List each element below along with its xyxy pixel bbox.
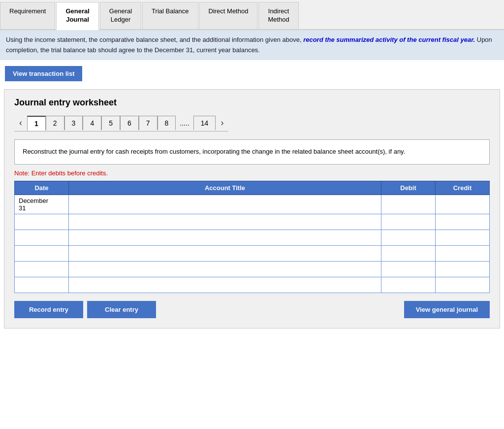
credit-cell-4[interactable]: [436, 246, 490, 262]
table-row: [15, 214, 490, 230]
button-spacer: [160, 301, 400, 318]
page-7-button[interactable]: 7: [139, 116, 158, 130]
prev-page-button[interactable]: ‹: [14, 115, 27, 131]
tab-direct-method[interactable]: Direct Method: [199, 2, 258, 29]
account-cell-2[interactable]: [69, 214, 381, 230]
page-5-button[interactable]: 5: [101, 116, 120, 130]
page-dots: .....: [176, 116, 193, 130]
table-row: [15, 230, 490, 246]
account-input-6[interactable]: [69, 277, 381, 293]
record-entry-button[interactable]: Record entry: [14, 301, 83, 318]
account-input-5[interactable]: [69, 262, 381, 277]
credit-input-4[interactable]: [436, 246, 489, 261]
debit-cell-5[interactable]: [381, 262, 436, 277]
credit-cell-3[interactable]: [436, 230, 490, 246]
credit-input-6[interactable]: [436, 277, 489, 293]
bottom-buttons: Record entry Clear entry View general jo…: [14, 301, 490, 318]
worksheet-title: Journal entry worksheet: [14, 98, 490, 108]
col-header-account: Account Title: [69, 181, 381, 195]
tab-general-ledger[interactable]: GeneralLedger: [100, 2, 141, 29]
pagination: ‹ 1 2 3 4 5 6 7 8 ..... 14 ›: [14, 115, 228, 132]
table-row: [15, 246, 490, 262]
debit-cell-4[interactable]: [381, 246, 436, 262]
col-header-credit: Credit: [436, 181, 490, 195]
worksheet: Journal entry worksheet ‹ 1 2 3 4 5 6 7 …: [4, 89, 500, 329]
table-row: [15, 262, 490, 277]
page-1-button[interactable]: 1: [27, 116, 46, 131]
tab-general-journal[interactable]: GeneralJournal: [56, 2, 98, 30]
col-header-date: Date: [15, 181, 69, 195]
description-box: Reconstruct the journal entry for cash r…: [14, 139, 490, 165]
account-cell-1[interactable]: [69, 195, 381, 214]
view-transaction-list-button[interactable]: View transaction list: [5, 66, 82, 81]
date-cell-4: [15, 246, 69, 262]
credit-cell-6[interactable]: [436, 277, 490, 293]
page-4-button[interactable]: 4: [83, 116, 101, 130]
date-cell-5: [15, 262, 69, 277]
account-input-4[interactable]: [69, 246, 381, 261]
page-3-button[interactable]: 3: [64, 116, 83, 130]
account-cell-5[interactable]: [69, 262, 381, 277]
clear-entry-button[interactable]: Clear entry: [87, 301, 156, 318]
debit-cell-2[interactable]: [381, 214, 436, 230]
tab-requirement[interactable]: Requirement: [0, 2, 55, 29]
tab-indirect-method[interactable]: IndirectMethod: [258, 2, 298, 29]
note: Note: Enter debits before credits.: [14, 169, 490, 177]
col-header-debit: Debit: [381, 181, 436, 195]
next-page-button[interactable]: ›: [216, 115, 228, 131]
credit-input-1[interactable]: [436, 195, 489, 214]
date-cell-6: [15, 277, 69, 293]
debit-input-2[interactable]: [381, 214, 435, 230]
credit-input-3[interactable]: [436, 230, 489, 245]
debit-input-1[interactable]: [381, 195, 435, 214]
credit-cell-5[interactable]: [436, 262, 490, 277]
tab-trial-balance[interactable]: Trial Balance: [142, 2, 198, 29]
view-general-journal-button[interactable]: View general journal: [404, 301, 490, 318]
credit-cell-1[interactable]: [436, 195, 490, 214]
date-cell-2: [15, 214, 69, 230]
tabs-bar: Requirement GeneralJournal GeneralLedger…: [0, 0, 504, 30]
journal-table: Date Account Title Debit Credit December…: [14, 181, 490, 293]
debit-input-4[interactable]: [381, 246, 435, 261]
info-bar: Using the income statement, the comparat…: [0, 30, 504, 61]
credit-input-2[interactable]: [436, 214, 489, 230]
action-bar: View transaction list: [0, 60, 504, 87]
debit-input-5[interactable]: [381, 262, 435, 277]
page-2-button[interactable]: 2: [46, 116, 64, 130]
table-row: December31: [15, 195, 490, 214]
account-input-2[interactable]: [69, 214, 381, 230]
account-cell-3[interactable]: [69, 230, 381, 246]
date-cell-3: [15, 230, 69, 246]
account-cell-6[interactable]: [69, 277, 381, 293]
debit-input-3[interactable]: [381, 230, 435, 245]
debit-cell-6[interactable]: [381, 277, 436, 293]
page-14-button[interactable]: 14: [193, 116, 216, 130]
debit-cell-1[interactable]: [381, 195, 436, 214]
page-8-button[interactable]: 8: [158, 116, 176, 130]
account-input-1[interactable]: [69, 195, 381, 214]
account-cell-4[interactable]: [69, 246, 381, 262]
page-6-button[interactable]: 6: [120, 116, 139, 130]
table-row: [15, 277, 490, 293]
debit-input-6[interactable]: [381, 277, 435, 293]
credit-input-5[interactable]: [436, 262, 489, 277]
date-cell-1: December31: [15, 195, 69, 214]
credit-cell-2[interactable]: [436, 214, 490, 230]
debit-cell-3[interactable]: [381, 230, 436, 246]
account-input-3[interactable]: [69, 230, 381, 245]
